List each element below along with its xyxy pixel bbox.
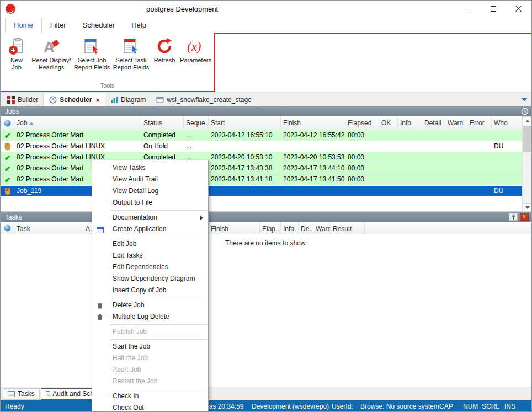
select-job-report-fields-button[interactable]: Select Job Report Fields (72, 35, 111, 71)
doctab-builder[interactable]: Builder (2, 93, 44, 106)
document-tab-strip: Builder Scheduler × Diagram wsl_snowflak… (1, 92, 531, 106)
column-header-ok[interactable]: OK (379, 116, 398, 130)
column-header-elapsed[interactable]: Elap... (260, 222, 281, 234)
panel-close-button[interactable]: × (520, 213, 529, 221)
select-task-report-fields-button[interactable]: Select Task Report Fields (111, 35, 151, 71)
tab-home[interactable]: Home (5, 18, 42, 33)
refresh-button[interactable]: Refresh (151, 35, 178, 71)
column-header-start[interactable]: Start (209, 116, 281, 130)
clock-icon[interactable] (521, 108, 529, 115)
clock-icon (49, 96, 57, 104)
menu-item-check-out[interactable]: Check Out (92, 402, 208, 412)
column-header-task[interactable]: Task (14, 222, 83, 234)
new-job-button[interactable]: New Job (3, 35, 30, 71)
reset-display-headings-button[interactable]: A Reset Display/ Headings (30, 35, 72, 71)
table-row[interactable]: ✔ 02 Process Order Mart 2023-04-17 13:41… (1, 174, 522, 185)
ribbon-group-label: Tools (1, 82, 214, 89)
menu-item-documentation[interactable]: Documentation (92, 212, 208, 223)
status-refresh-time: was 20:34:59 (204, 403, 243, 410)
menu-separator (110, 389, 207, 389)
column-header-sequence[interactable]: Seque... (184, 116, 209, 130)
app-logo-icon (6, 4, 15, 14)
column-header-detail[interactable]: De... (299, 222, 313, 234)
menu-item-publish-job: Publish Job (92, 326, 208, 338)
doctab-diagram[interactable]: Diagram (105, 93, 151, 106)
table-row[interactable]: ✔ 02 Process Order Mart LINUX Completed … (1, 152, 522, 163)
table-row[interactable]: ✔ 02 Process Order Mart 2023-04-17 13:43… (1, 163, 522, 174)
jobs-vertical-scrollbar[interactable] (522, 116, 531, 212)
tasks-panel-title: Tasks (5, 213, 22, 221)
tab-close-icon[interactable]: × (95, 96, 100, 104)
column-header-warn[interactable]: Warn (313, 222, 331, 234)
status-ball-icon (4, 224, 11, 232)
column-header-detail[interactable]: Detail (422, 116, 445, 130)
bottom-tab-strip: Tasks Audit and Sche (1, 387, 531, 400)
menu-item-edit-dependencies[interactable]: Edit Dependencies (92, 261, 208, 273)
close-button[interactable] (506, 1, 531, 17)
menu-item-check-in[interactable]: Check In (92, 390, 208, 402)
table-row[interactable]: ✔ 02 Process Order Mart Completed ... 20… (1, 130, 522, 141)
status-scrl: SCRL (482, 403, 499, 410)
column-header-info[interactable]: Info (281, 222, 299, 234)
maximize-button[interactable] (481, 1, 506, 17)
column-header-result[interactable]: Result (331, 222, 365, 234)
doctab-wsl-snowflake-create-stage[interactable]: wsl_snowflake_create_stage (151, 93, 257, 106)
menu-item-view-audit-trail[interactable]: View Audit Trail (92, 174, 208, 185)
column-header-status[interactable]: Status (141, 116, 184, 130)
table-row-selected[interactable]: Job_119 DU (1, 185, 522, 196)
status-ins: INS (504, 403, 515, 410)
tasks-grid-header: Task A... Finish Elap... Info De... Warn… (1, 222, 531, 234)
tab-help[interactable]: Help (123, 18, 155, 33)
menu-item-start-the-job[interactable]: Start the Job (92, 341, 208, 352)
ribbon-tab-bar: Home Filter Scheduler Help (1, 17, 531, 33)
menu-item-create-application[interactable]: Create Application (92, 223, 208, 235)
scroll-down-icon (525, 206, 530, 209)
reset-display-icon: A (42, 36, 60, 57)
scrollbar-thumb[interactable] (523, 126, 531, 152)
status-ball-icon (4, 120, 11, 127)
column-header-finish[interactable]: Finish (281, 116, 345, 130)
close-icon (515, 6, 522, 12)
column-header-info[interactable]: Info (398, 116, 422, 130)
menu-item-output-to-file[interactable]: Output to File (92, 197, 208, 208)
scroll-up-button[interactable] (523, 116, 532, 125)
table-row[interactable]: 02 Process Order Mart LINUX On Hold ... … (1, 141, 522, 152)
tab-list-dropdown-icon[interactable] (522, 98, 527, 101)
status-column-header[interactable] (1, 222, 14, 234)
pin-button[interactable] (509, 213, 518, 221)
column-header-job[interactable]: Job (14, 116, 141, 130)
menu-item-restart-the-job: Restart the Job (92, 376, 208, 387)
empty-list-message: There are no items to show. (225, 239, 307, 247)
select-task-report-fields-icon (123, 36, 140, 57)
menu-item-show-dependency-diagram[interactable]: Show Dependency Diagram (92, 273, 208, 285)
minimize-icon (465, 9, 471, 9)
submenu-arrow-icon (200, 216, 203, 220)
menu-item-view-tasks[interactable]: View Tasks (92, 162, 208, 174)
doctab-scheduler[interactable]: Scheduler × (44, 93, 105, 106)
menu-separator (110, 210, 207, 211)
menu-item-insert-copy-of-job[interactable]: Insert Copy of Job (92, 285, 208, 296)
status-column-header[interactable] (1, 116, 14, 130)
tab-filter[interactable]: Filter (42, 18, 75, 33)
column-header-warn[interactable]: Warn (445, 116, 467, 130)
minimize-button[interactable] (455, 1, 481, 17)
menu-item-delete-job[interactable]: Delete Job (92, 299, 208, 311)
column-header-who[interactable]: Who (492, 116, 522, 130)
bottom-tab-tasks[interactable]: Tasks (3, 388, 40, 400)
status-num: NUM (463, 403, 478, 410)
tasks-panel-header: Tasks × (1, 212, 531, 222)
document-icon (156, 96, 164, 104)
menu-item-edit-job[interactable]: Edit Job (92, 238, 208, 250)
menu-item-edit-tasks[interactable]: Edit Tasks (92, 250, 208, 261)
menu-item-multiple-log-delete[interactable]: Multiple Log Delete (92, 311, 208, 323)
column-header-elapsed[interactable]: Elapsed (345, 116, 379, 130)
tasks-body: There are no items to show. (1, 234, 531, 387)
parameters-button[interactable]: (x) Parameters (178, 35, 213, 71)
scroll-down-button[interactable] (523, 203, 532, 212)
trash-icon (97, 313, 103, 325)
menu-separator (110, 339, 207, 340)
column-header-finish[interactable]: Finish (209, 222, 260, 234)
column-header-error[interactable]: Error (467, 116, 492, 130)
menu-item-view-detail-log[interactable]: View Detail Log (92, 185, 208, 197)
tab-scheduler[interactable]: Scheduler (75, 18, 124, 33)
